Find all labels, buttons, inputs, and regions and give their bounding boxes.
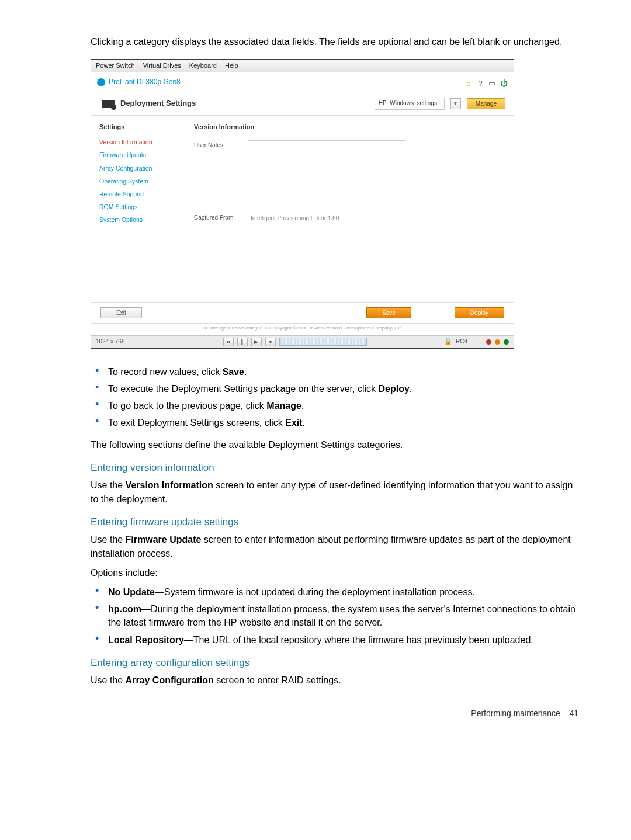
- status-led-red-icon: [486, 339, 491, 345]
- activity-bar: [279, 338, 367, 346]
- sidebar-item-firmware-update[interactable]: Firmware Update: [99, 151, 182, 159]
- menu-power-switch[interactable]: Power Switch: [96, 61, 135, 71]
- options-label: Options include:: [91, 566, 578, 579]
- list-item: hp.com—During the deployment installatio…: [108, 602, 578, 629]
- list-item: To go back to the previous page, click M…: [108, 399, 578, 412]
- remote-console-menubar: Power Switch Virtual Drives Keyboard Hel…: [91, 60, 514, 72]
- sidebar-item-array-configuration[interactable]: Array Configuration: [99, 164, 182, 173]
- hp-logo-icon: [97, 78, 105, 86]
- power-icon[interactable]: ⏻: [500, 78, 508, 86]
- list-item: To record new values, click Save.: [108, 365, 578, 379]
- sidebar-item-remote-support[interactable]: Remote Support: [99, 190, 182, 199]
- sidebar-title: Settings: [99, 123, 182, 132]
- captured-from-label: Captured From: [194, 213, 241, 223]
- lock-icon: 🔒: [444, 337, 452, 346]
- screenshot-figure: Power Switch Virtual Drives Keyboard Hel…: [91, 59, 514, 349]
- following-para: The following sections define the availa…: [91, 438, 578, 452]
- list-item: To exit Deployment Settings screens, cli…: [108, 416, 578, 429]
- list-item: No Update—System firmware is not updated…: [108, 585, 578, 599]
- help-icon[interactable]: ?: [476, 78, 484, 86]
- status-led-amber-icon: [495, 339, 500, 345]
- page-footer: Performing maintenance 41: [91, 707, 578, 719]
- section-body-version: Use the Version Information screen to en…: [91, 478, 578, 505]
- section-body-array: Use the Array Configuration screen to en…: [91, 674, 578, 687]
- sidebar-item-rom-settings[interactable]: ROM Settings: [99, 203, 182, 211]
- action-footer: Exit Save Deploy: [91, 303, 514, 324]
- exit-button[interactable]: Exit: [100, 307, 142, 318]
- playback-first-button[interactable]: ⏮: [223, 338, 234, 346]
- main-section-title: Version Information: [194, 123, 479, 132]
- chevron-down-icon: ▾: [454, 100, 457, 107]
- main-panel: Version Information User Notes Captured …: [190, 116, 514, 302]
- menu-keyboard[interactable]: Keyboard: [189, 61, 217, 71]
- deployment-icon: [102, 100, 115, 108]
- section-heading-array: Entering array configuration settings: [91, 656, 578, 671]
- action-bullets: To record new values, click Save.To exec…: [91, 365, 578, 430]
- save-button[interactable]: Save: [366, 307, 411, 318]
- playback-pause-button[interactable]: ∥: [237, 338, 248, 346]
- manage-button[interactable]: Manage: [467, 98, 505, 109]
- section-heading-firmware: Entering firmware update settings: [91, 515, 578, 530]
- menu-virtual-drives[interactable]: Virtual Drives: [143, 61, 181, 71]
- info-icon[interactable]: ▭: [488, 78, 496, 86]
- firmware-options-list: No Update—System firmware is not updated…: [91, 585, 578, 647]
- deploy-button[interactable]: Deploy: [455, 307, 504, 318]
- page-toolbar: Deployment Settings HP_Windows_settings …: [91, 92, 514, 116]
- section-body-firmware: Use the Firmware Update screen to enter …: [91, 533, 578, 560]
- copyright-text: HP Intelligent Provisioning v1.60 Copyri…: [91, 324, 514, 335]
- sidebar-item-operating-system[interactable]: Operating System: [99, 177, 182, 186]
- home-icon[interactable]: ⌂: [464, 78, 473, 86]
- playback-record-button[interactable]: ●: [265, 338, 276, 346]
- profile-name-text: HP_Windows_settings: [375, 98, 445, 110]
- intro-para: Clicking a category displays the associa…: [91, 35, 578, 48]
- page-title: Deployment Settings: [120, 98, 196, 109]
- captured-from-input[interactable]: [248, 213, 405, 223]
- sidebar-item-system-options[interactable]: System Options: [99, 216, 182, 224]
- remote-console-statusbar: 1024 x 768 ⏮ ∥ ▶ ● 🔒 RC4: [91, 335, 514, 348]
- section-heading-version: Entering version information: [91, 461, 578, 475]
- list-item: To execute the Deployment Settings packa…: [108, 382, 578, 395]
- playback-play-button[interactable]: ▶: [251, 338, 262, 346]
- settings-sidebar: Settings Version Information Firmware Up…: [91, 116, 190, 302]
- encryption-text: RC4: [456, 338, 467, 346]
- list-item: Local Repository—The URL of the local re…: [108, 633, 578, 647]
- menu-help[interactable]: Help: [225, 61, 238, 71]
- resolution-text: 1024 x 768: [96, 338, 125, 346]
- app-header: ProLiant DL380p Gen8 ⌂ ? ▭ ⏻: [91, 72, 514, 92]
- profile-dropdown-button[interactable]: ▾: [450, 98, 461, 109]
- server-model-title: ProLiant DL380p Gen8: [109, 77, 181, 87]
- user-notes-label: User Notes: [194, 140, 241, 150]
- user-notes-textarea[interactable]: [248, 140, 405, 204]
- status-led-green-icon: [504, 339, 509, 345]
- sidebar-item-version-information[interactable]: Version Information: [99, 138, 182, 147]
